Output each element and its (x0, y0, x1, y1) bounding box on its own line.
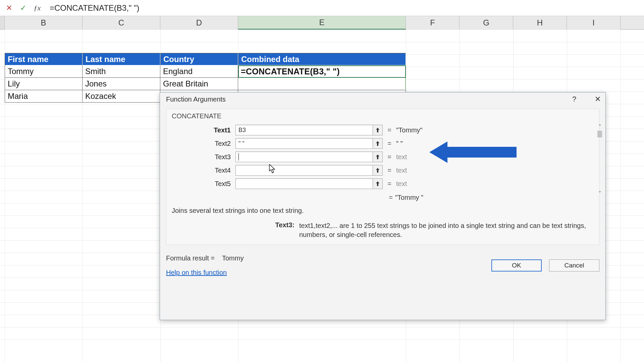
arg-label: Text1 (172, 126, 235, 134)
enter-formula-icon[interactable]: ✓ (16, 1, 30, 15)
function-description: Joins several text strings into one text… (172, 207, 594, 215)
arg-input-text4[interactable] (235, 165, 373, 176)
arg-row-text1: Text1B3="Tommy" (172, 123, 594, 137)
function-name: CONCATENATE (172, 112, 594, 120)
table-header[interactable]: Combined data (238, 53, 406, 65)
scroll-down-icon[interactable]: ˅ (598, 190, 601, 197)
arg-detail-text: text1,text2,... are 1 to 255 text string… (299, 221, 594, 239)
cancel-formula-icon[interactable]: ✕ (2, 1, 16, 15)
arg-input-text5[interactable] (235, 178, 373, 189)
table-cell[interactable]: England (160, 65, 238, 78)
column-header-F[interactable]: F (406, 16, 460, 29)
close-icon[interactable]: ✕ (593, 95, 602, 104)
edit-guide (405, 78, 406, 90)
arg-label: Text4 (172, 167, 235, 174)
equals-icon: = (383, 180, 396, 188)
ok-button[interactable]: OK (491, 259, 542, 272)
equals-icon: = (383, 153, 396, 161)
arg-detail-label: Text3: (172, 221, 299, 239)
table-header[interactable]: First name (5, 53, 83, 65)
equals-icon: = (383, 167, 396, 174)
insert-function-icon[interactable]: ƒx (30, 1, 44, 15)
arg-result: " " (396, 140, 403, 147)
table-cell[interactable]: Smith (83, 65, 160, 78)
column-header-I[interactable]: I (567, 16, 621, 29)
column-header-G[interactable]: G (460, 16, 513, 29)
table-header[interactable]: Last name (83, 53, 160, 65)
arg-row-text3: Text3=text (172, 150, 594, 164)
help-on-function-link[interactable]: Help on this function (166, 269, 227, 277)
column-header-D[interactable]: D (160, 16, 238, 29)
arg-result: text (396, 180, 407, 188)
formula-result-label: Formula result = (166, 254, 215, 262)
help-icon[interactable]: ? (570, 95, 579, 104)
table-header[interactable]: Country (160, 53, 238, 65)
table-cell[interactable]: Great Britain (160, 78, 238, 90)
table-cell[interactable]: Tommy (5, 65, 83, 78)
column-header-B[interactable]: B (5, 16, 83, 29)
table-cell[interactable]: Kozacek (83, 90, 160, 103)
table-cell[interactable] (238, 78, 406, 90)
arg-row-text2: Text2" "=" " (172, 137, 594, 150)
arg-row-text5: Text5=text (172, 177, 594, 190)
result-preview: "Tommy " (395, 194, 423, 201)
cancel-button[interactable]: Cancel (549, 259, 599, 272)
range-picker-icon[interactable] (373, 152, 383, 162)
arg-input-text3[interactable] (235, 152, 373, 162)
equals-icon: = (386, 194, 395, 201)
table-cell[interactable]: Lily (5, 78, 83, 90)
equals-icon: = (383, 126, 396, 134)
arg-result: text (396, 167, 407, 174)
column-headers: BCDEFGHI (0, 16, 644, 29)
arg-input-text2[interactable]: " " (235, 138, 373, 149)
corner-spacer (0, 16, 5, 29)
formula-result-value: Tommy (222, 254, 244, 262)
arg-scrollbar[interactable]: ˄ ˅ (596, 123, 603, 197)
formula-bar: ✕ ✓ ƒx =CONCATENATE(B3," ") (0, 0, 644, 16)
table-cell[interactable]: Maria (5, 90, 83, 103)
function-arguments-dialog: Function Arguments ? ✕ CONCATENATE Text1… (160, 92, 606, 320)
arg-label: Text2 (172, 140, 235, 147)
range-picker-icon[interactable] (373, 138, 383, 149)
column-header-H[interactable]: H (513, 16, 567, 29)
formula-input[interactable]: =CONCATENATE(B3," ") (44, 3, 140, 13)
dialog-title: Function Arguments (166, 96, 226, 103)
arg-input-text1[interactable]: B3 (235, 125, 373, 135)
range-picker-icon[interactable] (373, 125, 383, 135)
column-header-E[interactable]: E (238, 16, 406, 29)
dialog-titlebar[interactable]: Function Arguments ? ✕ (160, 93, 605, 106)
column-header-C[interactable]: C (83, 16, 160, 29)
table-cell[interactable]: Jones (83, 78, 160, 90)
arg-label: Text5 (172, 180, 235, 188)
arg-row-text4: Text4=text (172, 164, 594, 177)
arg-label: Text3 (172, 153, 235, 161)
arg-result: text (396, 153, 407, 161)
table-cell[interactable]: =CONCATENATE(B3," ") (238, 65, 406, 78)
range-picker-icon[interactable] (373, 165, 383, 176)
equals-icon: = (383, 140, 396, 147)
arg-result: "Tommy" (396, 126, 423, 134)
range-picker-icon[interactable] (373, 178, 383, 189)
scroll-up-icon[interactable]: ˄ (598, 123, 601, 131)
scroll-thumb[interactable] (597, 131, 602, 137)
